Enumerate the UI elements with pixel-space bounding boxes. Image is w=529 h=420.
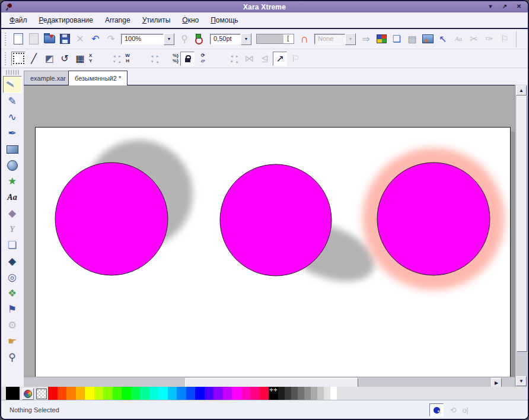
snap-magnet-icon[interactable]: ∩ xyxy=(297,32,311,46)
scroll-right-button[interactable]: ▶ xyxy=(491,378,502,387)
palette-color-11[interactable] xyxy=(149,387,159,400)
name-applied-icon[interactable]: ⚐ xyxy=(288,52,302,66)
save-icon[interactable] xyxy=(58,32,72,46)
document-tab-1[interactable]: безымянный2 * xyxy=(68,71,128,85)
palette-color-10[interactable] xyxy=(140,387,149,400)
contour-tool[interactable]: ◎ xyxy=(4,269,21,285)
palette-gray-0[interactable] xyxy=(278,387,285,400)
palette-gray-6[interactable] xyxy=(317,387,324,400)
palette-color-8[interactable] xyxy=(122,387,131,400)
palette-color-7[interactable] xyxy=(113,387,122,400)
palette-color-16[interactable] xyxy=(195,387,205,400)
line-width-value[interactable]: 0,50pt xyxy=(210,34,241,44)
zoom-tool[interactable]: ⚲ xyxy=(4,349,21,365)
vertical-scrollbar[interactable]: ▲ ▼ xyxy=(515,85,527,387)
zoom-value[interactable]: 100% xyxy=(121,34,164,44)
dropdown-arrow-icon[interactable]: ▾ xyxy=(241,33,251,45)
color-editor-button[interactable] xyxy=(22,388,34,400)
menu-редактирование[interactable]: Редактирование xyxy=(39,16,93,24)
rotate-skew-icon[interactable]: ⟳▱ xyxy=(196,52,210,66)
marquee-select-icon[interactable] xyxy=(11,52,26,66)
palette-gray-5[interactable] xyxy=(311,387,317,400)
toolbar-grip[interactable] xyxy=(4,33,8,46)
palette-color-13[interactable] xyxy=(168,387,177,400)
menu-помощь[interactable]: Помощь xyxy=(211,16,238,24)
palette-color-15[interactable] xyxy=(186,387,196,400)
palette-color-0[interactable] xyxy=(48,387,58,400)
size-pad[interactable]: ◂▸ ▾▴ xyxy=(149,53,160,64)
delete-icon[interactable]: ✕ xyxy=(73,32,87,46)
selector-tool[interactable] xyxy=(3,76,22,93)
font-gallery-icon[interactable]: Aa xyxy=(451,32,466,46)
menu-окно[interactable]: Окно xyxy=(182,16,199,24)
rotate-icon[interactable]: ↺ xyxy=(58,52,72,66)
rectangle-tool[interactable] xyxy=(4,141,21,157)
zoom-combo[interactable]: 100% ▾ xyxy=(121,33,174,45)
toolbar-grip[interactable] xyxy=(4,52,8,65)
bevel-tool[interactable]: ◆ xyxy=(4,253,21,269)
palette-color-19[interactable] xyxy=(223,387,232,400)
palette-gray-4[interactable] xyxy=(304,387,311,400)
ellipse-tool[interactable] xyxy=(4,157,21,173)
fill-tool[interactable]: ◆ xyxy=(4,205,21,221)
rotate-pad[interactable]: ◂▸ ▾▴ xyxy=(229,53,240,64)
palette-color-9[interactable] xyxy=(131,387,141,400)
vertical-scroll-thumb[interactable] xyxy=(517,96,527,352)
scroll-down-button[interactable]: ▼ xyxy=(516,376,527,386)
dropdown-arrow-icon[interactable]: ▾ xyxy=(164,33,174,45)
current-color-swatch[interactable] xyxy=(6,387,20,400)
no-color-swatch[interactable] xyxy=(36,389,47,399)
quickshape-tool[interactable]: ★ xyxy=(4,173,21,189)
canvas-area[interactable] xyxy=(24,85,515,377)
segment-icon[interactable]: ╱ xyxy=(27,52,41,66)
palette-color-12[interactable] xyxy=(158,387,168,400)
fill-direction-icon[interactable]: ◩ xyxy=(42,52,56,66)
palette-color-22[interactable] xyxy=(250,387,260,400)
palette-color-1[interactable] xyxy=(58,387,67,400)
blend-tool[interactable]: ❖ xyxy=(4,285,21,301)
document-tab-0[interactable]: example.xar xyxy=(24,71,72,85)
horizontal-scrollbar[interactable]: ▶ xyxy=(24,377,515,387)
freehand-tool[interactable]: ✎ xyxy=(4,93,21,109)
zoom-drawing-icon[interactable] xyxy=(193,32,207,46)
drawing[interactable] xyxy=(36,128,510,377)
pen-tool[interactable]: ✒ xyxy=(4,125,21,141)
toolbox-grip[interactable] xyxy=(6,70,19,75)
transparency-tool[interactable]: Y xyxy=(4,221,21,237)
scale-percent-icon[interactable]: %} %} xyxy=(173,53,179,64)
view-pointer-icon[interactable]: ↖ xyxy=(436,32,450,46)
frame-gallery-icon[interactable]: ▤ xyxy=(405,32,419,46)
line-width-combo[interactable]: 0,50pt ▾ xyxy=(210,33,251,45)
mould-tool[interactable]: ⚑ xyxy=(4,301,21,317)
close-button[interactable]: ✕ xyxy=(514,2,524,11)
feather-arrows-icon[interactable]: ⇒ xyxy=(359,32,373,46)
previous-zoom-icon[interactable]: ⚲ xyxy=(177,32,192,46)
magenta-circle-3[interactable] xyxy=(377,163,490,275)
name-gallery-icon[interactable]: ⚐ xyxy=(498,32,512,46)
document-page[interactable] xyxy=(35,127,511,377)
palette-gray-8[interactable] xyxy=(330,387,337,400)
palette-color-3[interactable] xyxy=(76,387,85,400)
color-gallery-icon[interactable] xyxy=(374,32,388,46)
scroll-up-button[interactable]: ▲ xyxy=(516,85,527,96)
palette-color-black[interactable]: ✛✛ xyxy=(269,387,278,400)
live-effects-tool[interactable]: ⚙ xyxy=(4,317,21,333)
palette-gray-7[interactable] xyxy=(324,387,330,400)
push-tool[interactable]: ☛ xyxy=(4,333,21,349)
menu-утилиты[interactable]: Утилиты xyxy=(142,16,171,24)
redo-icon[interactable]: ↷ xyxy=(104,32,118,46)
palette-color-5[interactable] xyxy=(94,387,104,400)
palette-color-14[interactable] xyxy=(177,387,186,400)
new-document-icon[interactable] xyxy=(11,32,26,46)
palette-color-2[interactable] xyxy=(66,387,76,400)
palette-gray-1[interactable] xyxy=(285,387,291,400)
shape-editor-tool[interactable]: ∿ xyxy=(4,109,21,125)
magenta-circle-1[interactable] xyxy=(55,163,168,275)
undo-icon[interactable]: ↶ xyxy=(88,32,103,46)
title-bar[interactable]: Xara Xtreme ▾ ↗ ✕ xyxy=(1,1,528,12)
nudge-pad[interactable]: ◂▸ ▾▴ xyxy=(111,53,122,64)
layer-gallery-icon[interactable]: ❏ xyxy=(390,32,404,46)
palette-color-21[interactable] xyxy=(241,387,251,400)
shade-button[interactable]: ▾ xyxy=(485,2,496,11)
menu-arrange[interactable]: Arrange xyxy=(105,16,130,24)
